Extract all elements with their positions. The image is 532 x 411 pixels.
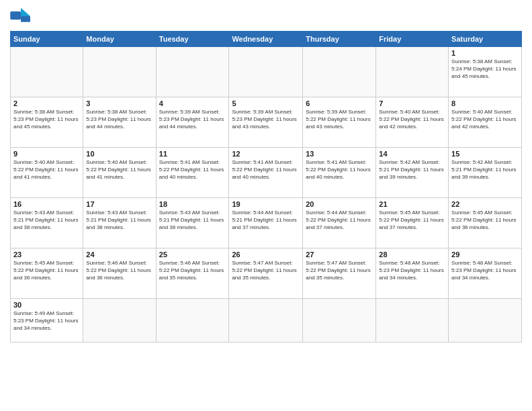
calendar-cell: 15Sunrise: 5:42 AM Sunset: 5:21 PM Dayli… [449, 148, 522, 198]
day-info: Sunrise: 5:38 AM Sunset: 5:23 PM Dayligh… [86, 109, 152, 130]
day-number: 17 [86, 200, 152, 208]
weekday-header-saturday: Saturday [449, 32, 522, 47]
day-number: 12 [232, 150, 300, 158]
day-info: Sunrise: 5:41 AM Sunset: 5:22 PM Dayligh… [159, 159, 226, 181]
calendar-cell [376, 47, 449, 97]
day-number: 15 [451, 150, 519, 158]
calendar-cell [449, 299, 522, 342]
day-number: 13 [306, 150, 373, 158]
day-number: 6 [306, 99, 373, 107]
calendar-cell: 9Sunrise: 5:40 AM Sunset: 5:22 PM Daylig… [11, 148, 83, 198]
day-number: 20 [306, 200, 373, 208]
calendar-cell: 18Sunrise: 5:43 AM Sunset: 5:21 PM Dayli… [156, 198, 229, 248]
calendar-cell [229, 47, 303, 97]
calendar-cell: 24Sunrise: 5:46 AM Sunset: 5:22 PM Dayli… [83, 248, 156, 299]
day-info: Sunrise: 5:47 AM Sunset: 5:22 PM Dayligh… [306, 260, 373, 281]
day-number: 27 [306, 250, 373, 259]
week-row-6: 30Sunrise: 5:49 AM Sunset: 5:23 PM Dayli… [11, 299, 522, 342]
week-row-3: 9Sunrise: 5:40 AM Sunset: 5:22 PM Daylig… [11, 148, 522, 198]
day-number: 29 [451, 250, 519, 259]
page: SundayMondayTuesdayWednesdayThursdayFrid… [0, 0, 532, 411]
calendar-cell [83, 47, 156, 97]
svg-rect-0 [10, 11, 21, 19]
weekday-header-tuesday: Tuesday [156, 32, 229, 47]
day-info: Sunrise: 5:47 AM Sunset: 5:22 PM Dayligh… [232, 260, 300, 281]
day-number: 23 [13, 250, 80, 259]
day-info: Sunrise: 5:49 AM Sunset: 5:23 PM Dayligh… [13, 310, 80, 332]
calendar-cell: 14Sunrise: 5:42 AM Sunset: 5:21 PM Dayli… [376, 148, 449, 198]
week-row-4: 16Sunrise: 5:43 AM Sunset: 5:21 PM Dayli… [11, 198, 522, 248]
day-number: 28 [379, 250, 445, 259]
calendar-cell: 8Sunrise: 5:40 AM Sunset: 5:22 PM Daylig… [449, 97, 522, 148]
day-info: Sunrise: 5:43 AM Sunset: 5:21 PM Dayligh… [159, 210, 226, 231]
day-number: 1 [451, 49, 519, 57]
day-info: Sunrise: 5:41 AM Sunset: 5:22 PM Dayligh… [232, 159, 300, 181]
day-info: Sunrise: 5:39 AM Sunset: 5:22 PM Dayligh… [306, 109, 373, 130]
day-info: Sunrise: 5:43 AM Sunset: 5:21 PM Dayligh… [86, 210, 152, 231]
calendar: SundayMondayTuesdayWednesdayThursdayFrid… [10, 31, 522, 342]
weekday-header-wednesday: Wednesday [229, 32, 303, 47]
day-info: Sunrise: 5:41 AM Sunset: 5:22 PM Dayligh… [306, 159, 373, 181]
day-number: 26 [232, 250, 300, 259]
calendar-cell [229, 299, 303, 342]
header [10, 7, 522, 26]
calendar-cell: 6Sunrise: 5:39 AM Sunset: 5:22 PM Daylig… [303, 97, 376, 148]
week-row-5: 23Sunrise: 5:45 AM Sunset: 5:22 PM Dayli… [11, 248, 522, 299]
day-info: Sunrise: 5:39 AM Sunset: 5:23 PM Dayligh… [232, 109, 300, 130]
calendar-cell [303, 299, 376, 342]
day-info: Sunrise: 5:40 AM Sunset: 5:22 PM Dayligh… [13, 159, 80, 181]
calendar-cell [83, 299, 156, 342]
day-info: Sunrise: 5:48 AM Sunset: 5:23 PM Dayligh… [379, 260, 445, 281]
calendar-cell: 17Sunrise: 5:43 AM Sunset: 5:21 PM Dayli… [83, 198, 156, 248]
logo-icon [10, 7, 32, 26]
day-info: Sunrise: 5:46 AM Sunset: 5:22 PM Dayligh… [159, 260, 226, 281]
weekday-header-row: SundayMondayTuesdayWednesdayThursdayFrid… [11, 32, 522, 47]
calendar-cell: 3Sunrise: 5:38 AM Sunset: 5:23 PM Daylig… [83, 97, 156, 148]
week-row-1: 1Sunrise: 5:38 AM Sunset: 5:24 PM Daylig… [11, 47, 522, 97]
calendar-cell: 30Sunrise: 5:49 AM Sunset: 5:23 PM Dayli… [11, 299, 83, 342]
calendar-cell: 28Sunrise: 5:48 AM Sunset: 5:23 PM Dayli… [376, 248, 449, 299]
calendar-cell [376, 299, 449, 342]
calendar-cell [11, 47, 83, 97]
day-number: 16 [13, 200, 80, 208]
day-info: Sunrise: 5:45 AM Sunset: 5:22 PM Dayligh… [451, 210, 519, 231]
calendar-cell: 26Sunrise: 5:47 AM Sunset: 5:22 PM Dayli… [229, 248, 303, 299]
day-info: Sunrise: 5:40 AM Sunset: 5:22 PM Dayligh… [86, 159, 152, 181]
calendar-cell: 10Sunrise: 5:40 AM Sunset: 5:22 PM Dayli… [83, 148, 156, 198]
day-info: Sunrise: 5:40 AM Sunset: 5:22 PM Dayligh… [379, 109, 445, 130]
day-info: Sunrise: 5:38 AM Sunset: 5:24 PM Dayligh… [451, 58, 519, 80]
calendar-cell: 2Sunrise: 5:38 AM Sunset: 5:23 PM Daylig… [11, 97, 83, 148]
svg-marker-1 [21, 8, 30, 16]
calendar-cell: 27Sunrise: 5:47 AM Sunset: 5:22 PM Dayli… [303, 248, 376, 299]
calendar-cell: 22Sunrise: 5:45 AM Sunset: 5:22 PM Dayli… [449, 198, 522, 248]
day-info: Sunrise: 5:43 AM Sunset: 5:21 PM Dayligh… [13, 210, 80, 231]
day-info: Sunrise: 5:46 AM Sunset: 5:22 PM Dayligh… [86, 260, 152, 281]
day-info: Sunrise: 5:45 AM Sunset: 5:22 PM Dayligh… [13, 260, 80, 281]
day-info: Sunrise: 5:38 AM Sunset: 5:23 PM Dayligh… [13, 109, 80, 130]
day-number: 4 [159, 99, 226, 107]
weekday-header-monday: Monday [83, 32, 156, 47]
day-number: 9 [13, 150, 80, 158]
calendar-cell: 19Sunrise: 5:44 AM Sunset: 5:21 PM Dayli… [229, 198, 303, 248]
day-info: Sunrise: 5:44 AM Sunset: 5:21 PM Dayligh… [232, 210, 300, 231]
day-number: 2 [13, 99, 80, 107]
calendar-cell: 1Sunrise: 5:38 AM Sunset: 5:24 PM Daylig… [449, 47, 522, 97]
day-number: 3 [86, 99, 152, 107]
logo [10, 7, 34, 26]
weekday-header-sunday: Sunday [11, 32, 83, 47]
day-number: 21 [379, 200, 445, 208]
day-info: Sunrise: 5:39 AM Sunset: 5:23 PM Dayligh… [159, 109, 226, 130]
calendar-cell: 16Sunrise: 5:43 AM Sunset: 5:21 PM Dayli… [11, 198, 83, 248]
weekday-header-thursday: Thursday [303, 32, 376, 47]
calendar-cell: 23Sunrise: 5:45 AM Sunset: 5:22 PM Dayli… [11, 248, 83, 299]
calendar-cell: 5Sunrise: 5:39 AM Sunset: 5:23 PM Daylig… [229, 97, 303, 148]
calendar-cell: 13Sunrise: 5:41 AM Sunset: 5:22 PM Dayli… [303, 148, 376, 198]
calendar-cell: 25Sunrise: 5:46 AM Sunset: 5:22 PM Dayli… [156, 248, 229, 299]
day-number: 18 [159, 200, 226, 208]
day-number: 14 [379, 150, 445, 158]
calendar-cell: 12Sunrise: 5:41 AM Sunset: 5:22 PM Dayli… [229, 148, 303, 198]
calendar-cell: 4Sunrise: 5:39 AM Sunset: 5:23 PM Daylig… [156, 97, 229, 148]
day-number: 30 [13, 301, 80, 309]
day-number: 8 [451, 99, 519, 107]
day-number: 11 [159, 150, 226, 158]
